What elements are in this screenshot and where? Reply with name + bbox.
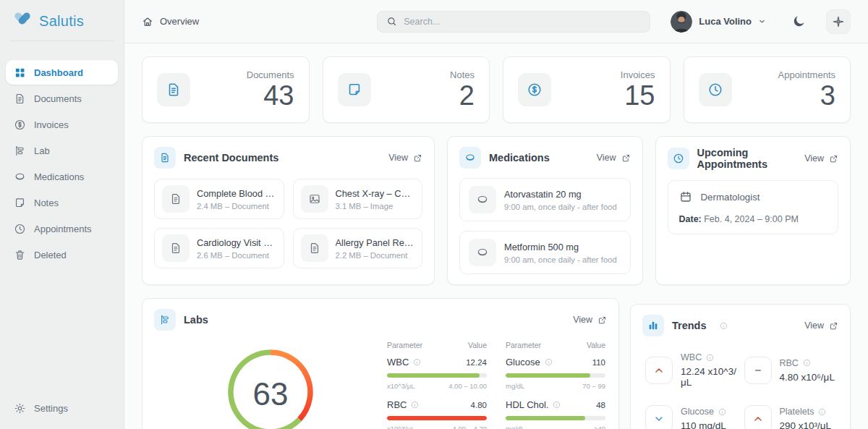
- card-title: Medications: [489, 152, 550, 163]
- external-link-icon: [829, 321, 838, 331]
- view-medications-link[interactable]: View: [597, 153, 631, 163]
- view-documents-link[interactable]: View: [388, 153, 422, 163]
- moon-icon: [792, 14, 806, 28]
- sidebar-item-medications[interactable]: Medications: [6, 164, 118, 189]
- trend-down-icon: [645, 405, 673, 429]
- view-labs-link[interactable]: View: [573, 315, 607, 325]
- stat-label: Documents: [247, 69, 294, 80]
- column-header: Value: [468, 341, 487, 349]
- assistant-button[interactable]: [826, 9, 851, 34]
- view-label: View: [597, 153, 616, 163]
- trash-icon: [14, 249, 26, 261]
- lab-icon: [154, 309, 176, 331]
- document-list-item[interactable]: Cardiology Visit Report –... 2.6 MB – Do…: [154, 228, 284, 268]
- document-name: Chest X-ray – CXR.PNG: [336, 188, 415, 199]
- card-title: Recent Documents: [184, 152, 278, 163]
- info-icon[interactable]: [718, 408, 726, 416]
- calendar-icon: [679, 190, 692, 203]
- sidebar-divider: [10, 41, 114, 41]
- view-appointments-link[interactable]: View: [804, 153, 838, 163]
- sidebar-item-partial[interactable]: [6, 423, 118, 429]
- sidebar-item-lab[interactable]: Lab: [6, 138, 118, 163]
- document-icon: [157, 73, 190, 106]
- sidebar-item-settings[interactable]: Settings: [6, 396, 118, 420]
- trend-name: Platelets: [780, 407, 814, 417]
- search-input[interactable]: [404, 17, 641, 27]
- sidebar-item-appointments[interactable]: Appointments: [6, 216, 118, 241]
- info-icon[interactable]: [553, 401, 561, 409]
- info-icon[interactable]: [545, 358, 553, 366]
- sidebar-item-notes[interactable]: Notes: [6, 190, 118, 215]
- labs-score-gauge: 63: [154, 331, 387, 429]
- documents-grid: Complete Blood Count –... 2.4 MB – Docum…: [154, 179, 422, 268]
- image-icon: [301, 185, 328, 213]
- clock-icon: [668, 148, 689, 169]
- gauge-value: 63: [253, 376, 289, 412]
- stat-value: 2: [450, 82, 475, 111]
- medication-name: Atorvastatin 20 mg: [504, 189, 617, 200]
- sidebar-item-documents[interactable]: Documents: [6, 86, 118, 111]
- stat-card-invoices[interactable]: Invoices 15: [503, 56, 671, 123]
- document-list-item[interactable]: Allergy Panel Report – Ig... 2.2 MB – Do…: [293, 228, 423, 268]
- document-list-item[interactable]: Complete Blood Count –... 2.4 MB – Docum…: [154, 179, 284, 219]
- search-icon: [386, 16, 397, 27]
- sidebar-item-label: Settings: [34, 403, 68, 414]
- lab-value: 12.24: [466, 358, 487, 367]
- sidebar-item-deleted[interactable]: Deleted: [6, 242, 118, 267]
- info-icon[interactable]: [413, 358, 421, 366]
- medication-list-item[interactable]: Atorvastatin 20 mg 9:00 am, once daily -…: [459, 178, 631, 221]
- view-label: View: [573, 315, 592, 325]
- view-trends-link[interactable]: View: [804, 320, 838, 331]
- sidebar-item-dashboard[interactable]: Dashboard: [6, 60, 118, 85]
- trend-item[interactable]: Platelets 290 x10³/μL: [744, 405, 836, 429]
- trend-flat-icon: [744, 357, 772, 384]
- document-meta: 3.1 MB – Image: [336, 202, 415, 211]
- stat-card-notes[interactable]: Notes 2: [323, 56, 490, 123]
- breadcrumb[interactable]: Overview: [142, 16, 199, 27]
- lab-row: WBC 12.24 x10^3/μL 4.00 – 10.00: [387, 357, 487, 390]
- view-label: View: [388, 153, 408, 163]
- dark-mode-toggle[interactable]: [792, 14, 806, 28]
- date-label: Date:: [679, 214, 702, 224]
- medication-name: Metformin 500 mg: [504, 242, 617, 252]
- stat-card-documents[interactable]: Documents 43: [142, 56, 310, 123]
- appointments-card: Upcoming Appointments View Dermatologist…: [655, 136, 851, 285]
- lab-range: >40: [594, 425, 605, 429]
- middle-row: Recent Documents View Complete Blood Cou…: [142, 136, 851, 285]
- app-logo: Salutis: [6, 0, 118, 41]
- trend-item[interactable]: WBC 12.24 x10^3/μL: [645, 352, 737, 388]
- dollar-icon: [518, 73, 551, 106]
- info-icon[interactable]: [411, 401, 419, 409]
- note-icon: [14, 197, 26, 209]
- stat-card-appointments[interactable]: Appointments 3: [684, 56, 851, 123]
- pill-icon: [469, 239, 496, 266]
- sidebar-item-invoices[interactable]: Invoices: [6, 112, 118, 137]
- sidebar-item-label: Deleted: [34, 250, 67, 260]
- lab-value: 4.80: [471, 401, 487, 409]
- trend-item[interactable]: RBC 4.80 x10⁶/μL: [744, 352, 836, 388]
- lab-row: RBC 4.80 x10^3/μL 4.00 – 4.70: [387, 399, 487, 429]
- info-icon[interactable]: [803, 359, 811, 367]
- trend-name: WBC: [681, 352, 702, 362]
- document-name: Allergy Panel Report – Ig...: [336, 237, 415, 248]
- user-menu[interactable]: Luca Volino: [671, 11, 766, 33]
- info-icon[interactable]: [818, 408, 826, 416]
- sidebar-item-label: Appointments: [34, 224, 92, 234]
- stat-label: Notes: [450, 69, 475, 80]
- appointment-list-item[interactable]: Dermatologist Date: Feb. 4, 2024 – 9:00 …: [668, 180, 839, 234]
- document-icon: [154, 147, 176, 169]
- document-icon: [14, 93, 26, 105]
- info-icon[interactable]: [720, 322, 728, 330]
- trend-item[interactable]: Glucose 110 mg/dL: [645, 405, 737, 429]
- document-list-item[interactable]: Chest X-ray – CXR.PNG 3.1 MB – Image: [293, 179, 423, 219]
- trends-card: Trends View WBC 12.24 x10^3/μL: [630, 304, 851, 429]
- search-bar[interactable]: [377, 11, 650, 33]
- view-label: View: [804, 320, 824, 331]
- lab-range-bar: [387, 373, 487, 378]
- lab-parameter: HDL Chol.: [506, 399, 548, 410]
- lab-table-chemistry: Parameter Value Glucose 110 mg/d: [506, 341, 605, 429]
- lab-range-bar: [387, 416, 487, 420]
- medication-list-item[interactable]: Metformin 500 mg 9:00 am, once daily - a…: [459, 231, 631, 274]
- trend-name: RBC: [780, 358, 799, 368]
- info-icon[interactable]: [706, 354, 714, 362]
